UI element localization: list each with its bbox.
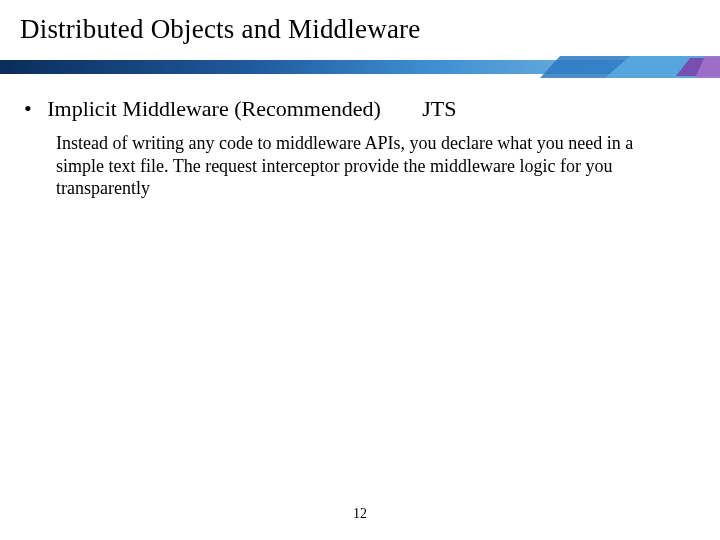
bullet-label: Implicit Middleware (Recommended) bbox=[47, 96, 381, 121]
slide: Distributed Objects and Middleware • Imp… bbox=[0, 0, 720, 540]
decorative-bar bbox=[0, 56, 720, 78]
bullet-row: • Implicit Middleware (Recommended) JTS bbox=[24, 96, 696, 122]
page-number: 12 bbox=[0, 506, 720, 522]
bullet-aside: JTS bbox=[422, 96, 456, 122]
body-text: Instead of writing any code to middlewar… bbox=[56, 132, 682, 200]
bullet-icon: • bbox=[24, 98, 32, 120]
slide-title: Distributed Objects and Middleware bbox=[20, 14, 420, 45]
